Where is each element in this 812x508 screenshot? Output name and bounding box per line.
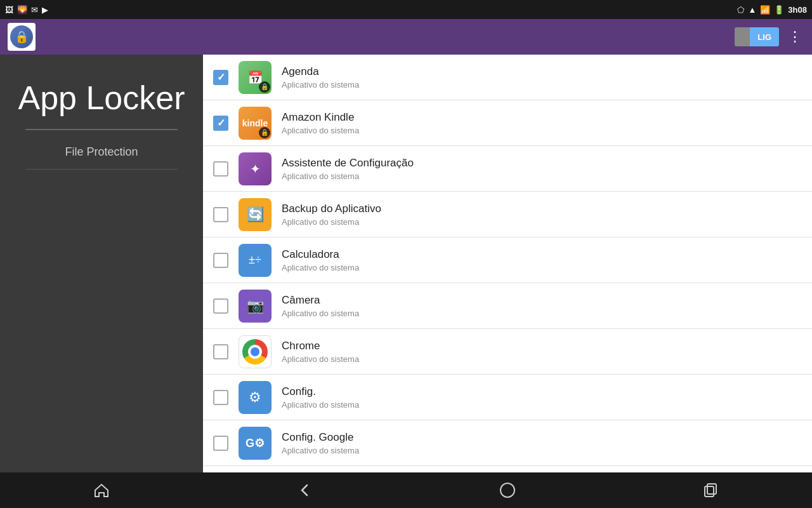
overflow-menu-button[interactable]: ⋮: [785, 26, 804, 48]
svg-point-0: [501, 483, 514, 497]
sidebar-title: App Locker: [18, 80, 185, 116]
list-item[interactable]: kindle 🔒 Amazon Kindle Aplicativo do sis…: [203, 100, 812, 146]
config-google-subtitle: Aplicativo do sistema: [282, 446, 802, 455]
camera-info: Câmera Aplicativo do sistema: [282, 294, 802, 318]
assistente-checkbox[interactable]: [213, 161, 228, 177]
calc-name: Calculadora: [282, 248, 802, 261]
app-bar-left: 🔒: [8, 23, 36, 51]
chrome-name: Chrome: [282, 340, 802, 352]
backup-name: Backup do Aplicativo: [282, 203, 802, 215]
assistente-info: Assistente de Configuração Aplicativo do…: [282, 157, 802, 181]
config-google-info: Config. Google Aplicativo do sistema: [282, 431, 802, 455]
list-item[interactable]: ✦ Assistente de Configuração Aplicativo …: [203, 146, 812, 192]
config-subtitle: Aplicativo do sistema: [282, 400, 802, 410]
list-item[interactable]: 🔄 Backup do Aplicativo Aplicativo do sis…: [203, 192, 812, 237]
nav-house-button[interactable]: [482, 475, 533, 505]
status-time: 3h08: [788, 5, 807, 15]
app-icon-container: 🔒: [8, 23, 36, 51]
sidebar-divider2: [25, 169, 178, 170]
picture-icon: 🖼: [5, 5, 13, 15]
agenda-info: Agenda Aplicativo do sistema: [282, 65, 802, 90]
camera-subtitle: Aplicativo do sistema: [282, 309, 802, 318]
camera-checkbox[interactable]: [213, 298, 228, 314]
list-item[interactable]: Chrome Aplicativo do sistema: [203, 329, 812, 375]
config-name: Config.: [282, 385, 802, 398]
config-checkbox[interactable]: [213, 390, 228, 405]
kindle-info: Amazon Kindle Aplicativo do sistema: [282, 111, 802, 135]
image-icon: 🌄: [17, 5, 27, 15]
kindle-name: Amazon Kindle: [282, 111, 802, 124]
app-list: 📅 🔒 Agenda Aplicativo do sistema kindle …: [203, 55, 812, 508]
kindle-checkbox[interactable]: [213, 116, 228, 131]
toggle-on-label[interactable]: LIG: [750, 27, 779, 46]
agenda-subtitle: Aplicativo do sistema: [282, 80, 802, 90]
calc-checkbox[interactable]: [213, 253, 228, 268]
list-item[interactable]: 📷 Câmera Aplicativo do sistema: [203, 283, 812, 329]
main-content: App Locker File Protection 📅 🔒 Agenda Ap…: [0, 55, 812, 508]
backup-subtitle: Aplicativo do sistema: [282, 217, 802, 227]
home-button[interactable]: [76, 475, 127, 505]
svg-rect-2: [707, 484, 716, 494]
sidebar-divider: [25, 129, 178, 130]
chrome-icon: [239, 335, 272, 368]
back-button[interactable]: [279, 475, 330, 505]
chrome-info: Chrome Aplicativo do sistema: [282, 340, 802, 364]
kindle-icon: kindle 🔒: [239, 107, 272, 140]
video-icon: ▶: [42, 5, 48, 15]
config-icon: ⚙: [239, 381, 272, 414]
list-item[interactable]: ⚙ Config. Aplicativo do sistema: [203, 375, 812, 420]
config-info: Config. Aplicativo do sistema: [282, 385, 802, 410]
sidebar-subtitle[interactable]: File Protection: [65, 145, 138, 159]
sidebar: App Locker File Protection: [0, 55, 203, 508]
status-bar: 🖼 🌄 ✉ ▶ ⬠ ▲ 📶 🔋 3h08: [0, 0, 812, 19]
lock-badge: 🔒: [259, 81, 270, 93]
wifi-icon: 📶: [760, 5, 770, 15]
kindle-subtitle: Aplicativo do sistema: [282, 126, 802, 135]
recents-button[interactable]: [685, 475, 736, 505]
lock-badge: 🔒: [259, 127, 270, 138]
backup-icon: 🔄: [239, 198, 272, 231]
list-item[interactable]: G⚙ Config. Google Aplicativo do sistema: [203, 420, 812, 466]
battery-icon: 🔋: [774, 5, 784, 15]
status-bar-left: 🖼 🌄 ✉ ▶: [5, 5, 48, 15]
config-google-checkbox[interactable]: [213, 436, 228, 451]
backup-info: Backup do Aplicativo Aplicativo do siste…: [282, 203, 802, 227]
list-item[interactable]: ±÷ Calculadora Aplicativo do sistema: [203, 237, 812, 283]
backup-checkbox[interactable]: [213, 207, 228, 222]
list-item[interactable]: 📅 🔒 Agenda Aplicativo do sistema: [203, 55, 812, 100]
toggle-off-label[interactable]: [735, 27, 750, 46]
config-google-name: Config. Google: [282, 431, 802, 444]
calc-subtitle: Aplicativo do sistema: [282, 263, 802, 272]
agenda-name: Agenda: [282, 65, 802, 78]
toggle-switch[interactable]: LIG: [735, 27, 779, 46]
app-bar: 🔒 LIG ⋮: [0, 19, 812, 55]
app-icon: 🔒: [10, 25, 33, 48]
signal-icon: ▲: [748, 5, 756, 15]
assistente-name: Assistente de Configuração: [282, 157, 802, 170]
calc-icon: ±÷: [239, 244, 272, 277]
camera-icon: 📷: [239, 290, 272, 323]
bluetooth-icon: ⬠: [737, 5, 744, 15]
email-icon: ✉: [31, 5, 38, 15]
app-bar-right: LIG ⋮: [735, 26, 804, 48]
status-bar-right: ⬠ ▲ 📶 🔋 3h08: [737, 5, 807, 15]
chrome-subtitle: Aplicativo do sistema: [282, 354, 802, 364]
agenda-icon: 📅 🔒: [239, 61, 272, 94]
assistente-icon: ✦: [239, 152, 272, 185]
chrome-checkbox[interactable]: [213, 344, 228, 359]
bottom-nav: [0, 472, 812, 508]
config-google-icon: G⚙: [239, 427, 272, 460]
camera-name: Câmera: [282, 294, 802, 307]
calc-info: Calculadora Aplicativo do sistema: [282, 248, 802, 272]
assistente-subtitle: Aplicativo do sistema: [282, 171, 802, 181]
agenda-checkbox[interactable]: [213, 70, 228, 85]
svg-rect-1: [705, 486, 714, 497]
